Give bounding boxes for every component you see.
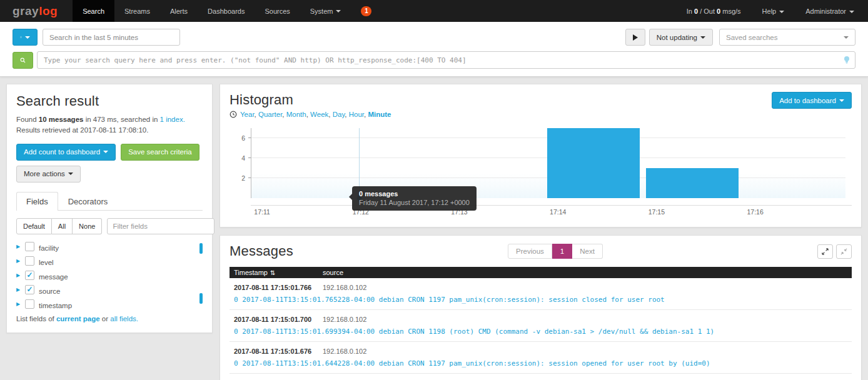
expand-field-icon[interactable]: ▶ <box>16 272 25 278</box>
field-row-facility[interactable]: ▶facility <box>16 242 196 251</box>
field-checkbox-timestamp[interactable] <box>25 299 34 309</box>
throughput-indicator: In 0 / Out 0 msg/s <box>687 8 741 15</box>
search-submit-button[interactable] <box>13 52 33 69</box>
filter-fields-input[interactable] <box>107 218 214 234</box>
current-page-link[interactable]: current page <box>56 315 100 322</box>
x-tick-label: 17:16 <box>747 208 763 216</box>
messages-table-header: Timestamp⇅ source <box>230 267 852 278</box>
timestamp-header-label: Timestamp <box>234 269 268 276</box>
timerange-type-button[interactable] <box>13 29 38 46</box>
y-tick-mark <box>248 158 251 158</box>
resolution-year[interactable]: Year <box>240 111 255 118</box>
message-source: 192.168.0.102 <box>323 316 366 323</box>
pagination-next[interactable]: Next <box>572 244 603 259</box>
message-meta: 2017-08-11 17:14:37.645192.168.0.102 <box>230 374 852 380</box>
message-row[interactable]: 2017-08-11 17:15:01.700192.168.0.1020 20… <box>230 310 852 342</box>
collapse-messages-button[interactable] <box>836 244 852 259</box>
expand-field-icon[interactable]: ▶ <box>16 258 25 264</box>
message-meta: 2017-08-11 17:15:01.700192.168.0.102 <box>230 310 852 323</box>
y-tick-label: 2 <box>233 174 245 182</box>
tab-fields[interactable]: Fields <box>16 192 58 211</box>
pagination-page-1[interactable]: 1 <box>552 244 572 259</box>
message-row[interactable]: 2017-08-11 17:15:01.766192.168.0.1020 20… <box>230 278 852 310</box>
histogram-bar-17:14[interactable] <box>547 128 640 198</box>
resolution-quarter[interactable]: Quarter <box>258 111 282 118</box>
tab-decorators[interactable]: Decorators <box>58 192 118 211</box>
nav-item-search[interactable]: Search <box>73 0 114 22</box>
scrollbar-thumb[interactable] <box>199 243 203 254</box>
help-menu[interactable]: Help <box>762 8 785 15</box>
refresh-interval-button[interactable]: Not updating <box>649 29 713 46</box>
search-result-sidebar: Search result Found 10 messages in 473 m… <box>6 84 213 333</box>
throughput-in-label: In <box>687 8 692 15</box>
histogram-bar-17:15[interactable] <box>646 168 739 198</box>
histogram-plot-area[interactable]: 24617:1117:1217:1317:1417:1517:16 <box>251 128 845 198</box>
more-actions-button[interactable]: More actions <box>16 166 81 182</box>
query-input[interactable] <box>37 51 855 69</box>
message-timestamp: 2017-08-11 17:15:01.766 <box>234 284 323 291</box>
message-source: 192.168.0.102 <box>323 284 366 291</box>
expand-icon <box>822 248 829 255</box>
nav-item-system[interactable]: System <box>300 0 351 22</box>
resolution-week[interactable]: Week <box>310 111 328 118</box>
histogram-chart[interactable]: 24617:1117:1217:1317:1417:1517:16 0 mess… <box>230 126 852 218</box>
message-meta: 2017-08-11 17:15:01.766192.168.0.102 <box>230 278 852 291</box>
nav-item-alerts[interactable]: Alerts <box>160 0 198 22</box>
resolution-minute[interactable]: Minute <box>368 111 391 118</box>
add-to-dashboard-button[interactable]: Add to dashboard <box>772 92 852 109</box>
retrieved-at-text: Results retrieved at 2017-08-11 17:08:10… <box>16 126 148 134</box>
resolution-month[interactable]: Month <box>286 111 306 118</box>
message-source: 192.168.0.102 <box>323 348 366 355</box>
index-link[interactable]: 1 index. <box>160 116 185 123</box>
search-icon <box>20 56 26 64</box>
field-checkbox-source[interactable]: ✓ <box>25 285 34 294</box>
field-checkbox-level[interactable] <box>25 256 34 266</box>
fields-all-button[interactable]: All <box>52 218 73 234</box>
expand-field-icon[interactable]: ▶ <box>16 244 25 249</box>
found-prefix: Found <box>16 116 37 123</box>
fields-none-button[interactable]: None <box>73 218 102 234</box>
clock-icon <box>20 33 22 41</box>
sort-icon[interactable]: ⇅ <box>270 269 275 276</box>
field-row-source[interactable]: ▶✓source <box>16 285 196 294</box>
lightbulb-icon[interactable] <box>843 56 850 64</box>
chart-tooltip: 0 messages Friday 11 August 2017, 17:12 … <box>352 186 477 211</box>
saved-searches-placeholder: Saved searches <box>726 34 777 41</box>
save-search-criteria-button[interactable]: Save search criteria <box>121 144 199 161</box>
field-row-message[interactable]: ▶✓message <box>16 271 196 280</box>
field-label: message <box>39 273 68 281</box>
message-row[interactable]: 2017-08-11 17:14:37.645192.168.0.1020 20… <box>230 374 852 380</box>
user-menu[interactable]: Administrator <box>805 8 854 15</box>
expand-field-icon[interactable]: ▶ <box>16 301 25 307</box>
field-checkbox-message[interactable]: ✓ <box>25 271 34 280</box>
source-column-header[interactable]: source <box>323 269 343 276</box>
nav-item-streams[interactable]: Streams <box>114 0 160 22</box>
message-timestamp: 2017-08-11 17:15:01.676 <box>234 348 323 355</box>
saved-searches-select[interactable]: Saved searches <box>719 29 855 46</box>
fields-default-button[interactable]: Default <box>16 218 52 234</box>
y-tick-label: 6 <box>233 134 245 142</box>
notification-badge[interactable]: 1 <box>361 6 371 16</box>
field-checkbox-facility[interactable] <box>25 242 34 251</box>
field-row-timestamp[interactable]: ▶timestamp <box>16 299 196 309</box>
nav-item-dashboards[interactable]: Dashboards <box>198 0 255 22</box>
expand-field-icon[interactable]: ▶ <box>16 287 25 292</box>
resolution-hour[interactable]: Hour <box>349 111 364 118</box>
field-preset-buttons: Default All None <box>16 218 102 234</box>
pagination-previous[interactable]: Previous <box>508 244 552 259</box>
field-row-level[interactable]: ▶level <box>16 256 196 266</box>
scrollbar-thumb[interactable] <box>199 293 203 304</box>
timerange-input[interactable] <box>43 29 180 46</box>
add-count-label: Add count to dashboard <box>24 148 100 156</box>
y-tick-mark <box>248 138 251 138</box>
message-row[interactable]: 2017-08-11 17:15:01.676192.168.0.1020 20… <box>230 342 852 374</box>
expand-messages-button[interactable] <box>817 244 833 259</box>
timestamp-column-header[interactable]: Timestamp⇅ <box>234 269 323 276</box>
chevron-down-icon <box>779 11 784 13</box>
run-search-button[interactable] <box>625 29 645 46</box>
graylog-logo[interactable]: graylog <box>0 0 73 22</box>
add-count-to-dashboard-button[interactable]: Add count to dashboard <box>16 144 116 161</box>
all-fields-link[interactable]: all fields. <box>110 315 138 322</box>
nav-item-sources[interactable]: Sources <box>255 0 300 22</box>
resolution-day[interactable]: Day <box>333 111 345 118</box>
